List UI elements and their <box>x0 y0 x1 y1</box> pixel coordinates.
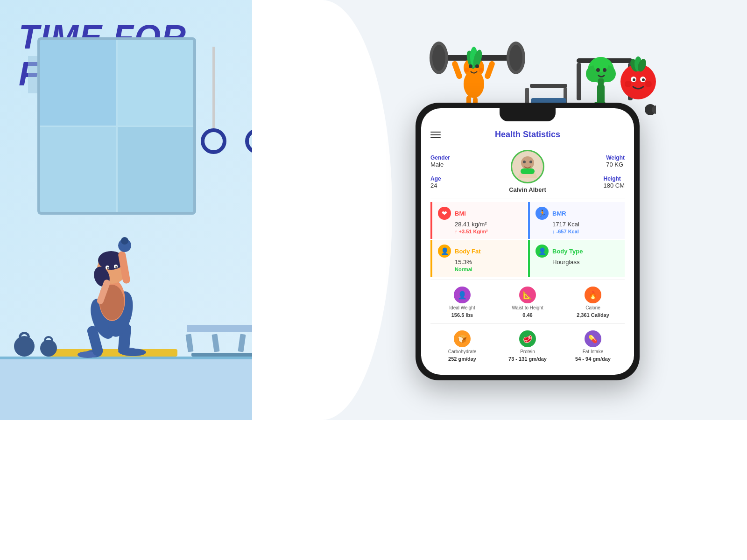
svg-point-64 <box>625 81 631 87</box>
weight-label: Weight <box>606 154 625 161</box>
bmi-icon: ❤ <box>438 207 451 220</box>
bmr-icon: 🏃 <box>536 207 549 220</box>
hamburger-menu-button[interactable] <box>430 132 441 138</box>
carbohydrate-label: Carbohydrate <box>448 349 477 354</box>
calorie-stat: 🔥 Calorie 2,361 Cal/day <box>561 283 625 322</box>
user-stats-left: Gender Male Age 24 <box>430 154 491 189</box>
body-type-card: 👤 Body Type Hourglass <box>528 240 625 277</box>
bmi-value: 28.41 kg/m² <box>438 221 521 228</box>
calorie-icon: 🔥 <box>585 287 601 303</box>
app-header: Health Statistics <box>430 126 625 145</box>
health-cards-grid: ❤ BMI 28.41 kg/m² ↑ +3.51 Kg/m² 🏃 BMR <box>430 202 625 277</box>
height-value: 180 CM <box>603 182 625 189</box>
svg-point-23 <box>432 45 445 71</box>
svg-rect-39 <box>530 84 567 88</box>
svg-rect-29 <box>451 60 463 80</box>
gender-value: Male <box>430 161 491 168</box>
svg-point-35 <box>469 64 472 68</box>
protein-value: 73 - 131 gm/day <box>508 356 547 362</box>
ideal-weight-value: 156.5 lbs <box>451 312 473 318</box>
weight-stat: Weight 70 KG <box>606 154 625 168</box>
svg-point-62 <box>633 78 635 81</box>
waist-height-icon: 📐 <box>519 287 536 303</box>
age-label: Age <box>430 175 491 182</box>
body-fat-status: Normal <box>455 266 472 272</box>
height-label: Height <box>603 175 625 182</box>
phone-screen-area: Health Statistics Gender Male Age 24 <box>421 108 634 375</box>
small-stats-grid: 👤 Ideal Weight 156.5 lbs 📐 Waist to Heig… <box>430 280 625 322</box>
waist-height-stat: 📐 Waist to Height 0.46 <box>496 283 559 322</box>
age-value: 24 <box>430 182 491 189</box>
calorie-value: 2,361 Cal/day <box>577 312 609 318</box>
phone-frame: Health Statistics Gender Male Age 24 <box>416 103 640 380</box>
svg-point-15 <box>121 237 128 245</box>
svg-point-37 <box>465 68 469 72</box>
bmi-card: ❤ BMI 28.41 kg/m² ↑ +3.51 Kg/m² <box>430 202 527 239</box>
waist-height-label: Waist to Height <box>512 305 543 310</box>
user-name: Calvin Albert <box>509 186 546 193</box>
bmi-change: ↑ +3.51 Kg/m² <box>438 229 521 234</box>
svg-point-70 <box>529 161 532 163</box>
protein-label: Protein <box>520 349 535 354</box>
phone-mockup: Health Statistics Gender Male Age 24 <box>416 103 640 380</box>
svg-point-38 <box>479 68 483 72</box>
svg-point-19 <box>107 267 109 269</box>
protein-stat: 🥩 Protein 73 - 131 gm/day <box>496 327 559 365</box>
protein-icon: 🥩 <box>519 330 536 347</box>
veggie-characters-area <box>345 5 733 117</box>
carbohydrate-value: 252 gm/day <box>448 356 476 362</box>
bottom-stats-grid: 🍞 Carbohydrate 252 gm/day 🥩 Protein 73 -… <box>430 323 625 365</box>
svg-rect-30 <box>484 60 496 80</box>
svg-point-63 <box>642 78 645 81</box>
menu-line-1 <box>430 132 441 133</box>
svg-rect-71 <box>521 168 535 174</box>
fat-intake-icon: 💊 <box>585 330 601 347</box>
calorie-label: Calorie <box>585 305 600 310</box>
svg-rect-44 <box>577 63 581 100</box>
menu-line-3 <box>430 137 441 138</box>
body-fat-card-header: 👤 Body Fat <box>438 245 521 258</box>
body-type-icon: 👤 <box>536 245 549 258</box>
kettlebells <box>14 332 57 357</box>
svg-point-54 <box>596 68 600 72</box>
bmr-label: BMR <box>552 210 566 217</box>
svg-point-36 <box>475 64 479 68</box>
user-avatar-area: Calvin Albert <box>491 150 564 193</box>
svg-point-69 <box>523 161 526 163</box>
svg-point-20 <box>115 266 117 268</box>
ideal-weight-icon: 👤 <box>454 287 471 303</box>
svg-rect-53 <box>598 78 604 86</box>
body-fat-value: 15.3% <box>438 259 521 266</box>
bmi-label: BMI <box>455 210 466 217</box>
body-type-card-header: 👤 Body Type <box>536 245 619 258</box>
ideal-weight-stat: 👤 Ideal Weight 156.5 lbs <box>430 283 494 322</box>
gym-window <box>37 37 196 215</box>
right-panel: Health Statistics Gender Male Age 24 <box>308 0 747 420</box>
bmr-value: 1717 Kcal <box>536 221 619 228</box>
body-fat-card: 👤 Body Fat 15.3% Normal <box>430 240 527 277</box>
fat-intake-stat: 💊 Fat Intake 54 - 94 gm/day <box>561 327 625 365</box>
app-title: Health Statistics <box>495 130 560 140</box>
carbohydrate-icon: 🍞 <box>454 330 471 347</box>
gender-label: Gender <box>430 154 491 161</box>
fat-intake-value: 54 - 94 gm/day <box>575 356 611 362</box>
gender-stat: Gender Male <box>430 154 491 168</box>
svg-point-55 <box>603 68 606 72</box>
body-type-label: Body Type <box>552 248 583 255</box>
user-avatar <box>511 150 544 183</box>
svg-point-65 <box>645 81 652 87</box>
bmr-card: 🏃 BMR 1717 Kcal ↓ -657 Kcal <box>528 202 625 239</box>
carbohydrate-stat: 🍞 Carbohydrate 252 gm/day <box>430 327 494 365</box>
height-stat: Height 180 CM <box>603 175 625 189</box>
bmi-card-header: ❤ BMI <box>438 207 521 220</box>
phone-notch <box>500 108 556 121</box>
user-info-section: Gender Male Age 24 <box>430 145 625 198</box>
fat-intake-label: Fat Intake <box>583 349 603 354</box>
bmr-change: ↓ -657 Kcal <box>536 229 619 234</box>
body-fat-label: Body Fat <box>455 248 481 255</box>
ideal-weight-label: Ideal Weight <box>449 305 475 310</box>
body-type-value: Hourglass <box>536 259 619 266</box>
body-fat-icon: 👤 <box>438 245 451 258</box>
bmr-card-header: 🏃 BMR <box>536 207 619 220</box>
user-stats-right: Weight 70 KG Height 180 CM <box>564 154 625 189</box>
